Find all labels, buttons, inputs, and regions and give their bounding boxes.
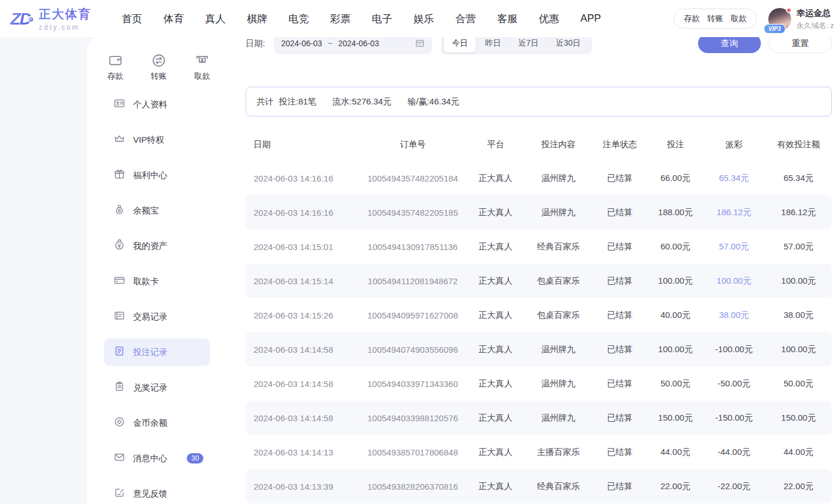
column-header: 日期 xyxy=(246,139,360,150)
cell-valid-amount: 65.34元 xyxy=(765,173,832,184)
nav-item[interactable]: 优惠 xyxy=(539,12,559,26)
username: 幸运金总 xyxy=(796,8,834,19)
cell-payout: -50.00元 xyxy=(703,378,765,389)
nav-item[interactable]: 彩票 xyxy=(330,12,351,26)
nav-item[interactable]: 电竞 xyxy=(288,12,309,26)
permanent-domain-note: 永久域名: z xyxy=(796,21,834,31)
column-header: 投注 xyxy=(648,139,703,150)
sidebar-item-transactions[interactable]: 交易记录 xyxy=(104,303,210,330)
cell-payout: 57.00元 xyxy=(703,241,765,252)
cell-order-number: 1005493828206370816 xyxy=(360,482,466,491)
quick-action-withdraw[interactable]: 取款 xyxy=(189,53,216,82)
nav-item[interactable]: 娱乐 xyxy=(414,12,434,26)
cell-order-number: 1005494357482205185 xyxy=(360,208,466,217)
cell-date: 2024-06-03 14:15:01 xyxy=(246,242,360,252)
sidebar-item-coin-balance[interactable]: 金币余额 xyxy=(104,409,210,437)
cell-bet-amount: 100.00元 xyxy=(648,276,703,287)
cell-payout: 100.00元 xyxy=(703,276,765,287)
table-row: 2024-06-03 14:15:14 1005494112081948672 … xyxy=(246,264,832,298)
cell-status: 已结算 xyxy=(591,481,648,492)
cell-date: 2024-06-03 14:16:16 xyxy=(246,174,360,183)
cell-bet-amount: 100.00元 xyxy=(648,344,703,355)
cell-payout: 186.12元 xyxy=(703,207,765,218)
nav-item[interactable]: 客服 xyxy=(497,12,518,26)
withdraw-link[interactable]: 取款 xyxy=(731,14,747,24)
nav-item[interactable]: APP xyxy=(580,13,601,25)
cell-platform: 正大真人 xyxy=(466,447,526,458)
cell-status: 已结算 xyxy=(591,276,648,287)
sidebar-item-label: 投注记录 xyxy=(133,347,167,358)
coin-diamond-icon xyxy=(114,416,125,430)
cell-order-number: 1005493857017806848 xyxy=(360,447,466,457)
cell-platform: 正大真人 xyxy=(466,310,526,321)
sidebar-item-prize-records[interactable]: 兑奖记录 xyxy=(104,374,210,401)
cell-bet-content: 包桌百家乐 xyxy=(526,276,591,287)
cell-order-number: 1005494130917851136 xyxy=(360,242,466,252)
sidebar-item-withdraw-card[interactable]: 取款卡 xyxy=(104,268,210,295)
cell-valid-amount: 44.00元 xyxy=(765,447,832,458)
date-filter-label: 日期: xyxy=(246,38,265,49)
sidebar-item-vip[interactable]: VIP特权 xyxy=(104,126,210,154)
quick-action-transfer[interactable]: 转账 xyxy=(145,53,173,82)
main-nav: 首页 体育 真人 棋牌 电竞 彩票 电子 娱乐 合营 客服 优惠 APP xyxy=(122,12,601,26)
sidebar-item-yuebao[interactable]: 余额宝 xyxy=(104,197,210,224)
sidebar-item-feedback[interactable]: 意见反馈 xyxy=(104,480,210,504)
cell-status: 已结算 xyxy=(591,173,648,184)
nav-item[interactable]: 合营 xyxy=(455,12,476,26)
main-content: 日期: 2024-06-03 ~ 2024-06-03 今日 昨日 近7日 近3… xyxy=(246,37,834,504)
quick-action-deposit[interactable]: 存款 xyxy=(102,53,129,82)
cell-bet-amount: 66.00元 xyxy=(648,173,703,184)
nav-item[interactable]: 体育 xyxy=(163,12,184,26)
cell-valid-amount: 57.00元 xyxy=(765,241,832,252)
table-row: 2024-06-03 14:14:58 1005494033988120576 … xyxy=(246,401,832,435)
cell-order-number: 1005494357482205184 xyxy=(360,174,466,183)
table-row: 2024-06-03 14:16:16 1005494357482205184 … xyxy=(246,161,832,195)
cell-bet-content: 温州牌九 xyxy=(526,173,591,184)
bet-record-icon xyxy=(114,345,125,359)
summary-bar: 共计 投注:81笔 流水:5276.34元 输/赢:46.34元 xyxy=(246,87,832,116)
cell-payout: -100.00元 xyxy=(703,344,765,355)
cell-platform: 正大真人 xyxy=(466,378,526,389)
nav-item[interactable]: 首页 xyxy=(122,12,142,26)
cell-bet-amount: 44.00元 xyxy=(648,447,703,458)
nav-item[interactable]: 电子 xyxy=(372,12,392,26)
cell-valid-amount: 100.00元 xyxy=(765,344,832,355)
bank-card-icon xyxy=(114,275,125,288)
cell-payout: -22.00元 xyxy=(703,481,765,492)
cell-order-number: 1005494112081948672 xyxy=(360,276,466,286)
deposit-link[interactable]: 存款 xyxy=(684,14,700,24)
cell-bet-amount: 50.00元 xyxy=(648,378,703,389)
summary-bets: 投注:81笔 xyxy=(279,96,316,107)
deposit-wallet-icon xyxy=(108,53,123,68)
cell-bet-amount: 22.00元 xyxy=(648,481,703,492)
cell-bet-content: 温州牌九 xyxy=(526,207,591,218)
cell-platform: 正大真人 xyxy=(466,481,526,492)
user-block[interactable]: VIP3 幸运金总 永久域名: z xyxy=(768,7,834,31)
cell-payout: 65.34元 xyxy=(703,173,765,184)
cell-bet-content: 温州牌九 xyxy=(526,413,591,424)
cell-status: 已结算 xyxy=(591,413,648,424)
cell-platform: 正大真人 xyxy=(466,207,526,218)
sidebar-item-welfare[interactable]: 福利中心 xyxy=(104,162,210,189)
id-card-icon xyxy=(114,98,125,111)
table-row: 2024-06-03 14:16:16 1005494357482205185 … xyxy=(246,195,832,229)
nav-item[interactable]: 真人 xyxy=(205,12,226,26)
sidebar-item-bet-records[interactable]: 投注记录 xyxy=(104,338,210,366)
cell-platform: 正大真人 xyxy=(466,413,526,424)
column-header: 注单状态 xyxy=(591,139,648,150)
cell-bet-amount: 60.00元 xyxy=(648,241,703,252)
column-header: 订单号 xyxy=(360,139,466,150)
brand-logo[interactable]: ZD 正大体育 zdty.com xyxy=(10,6,91,31)
cell-bet-content: 包桌百家乐 xyxy=(526,310,591,321)
sidebar-item-label: VIP特权 xyxy=(133,135,164,146)
nav-item[interactable]: 棋牌 xyxy=(247,12,267,26)
date-start-value: 2024-06-03 xyxy=(281,39,322,48)
sidebar-item-profile[interactable]: 个人资料 xyxy=(104,91,210,118)
cell-status: 已结算 xyxy=(591,344,648,355)
cell-valid-amount: 38.00元 xyxy=(765,310,832,321)
sidebar-item-assets[interactable]: 我的资产 xyxy=(104,232,210,260)
cell-bet-content: 温州牌九 xyxy=(526,378,591,389)
transfer-link[interactable]: 转账 xyxy=(707,14,723,24)
cell-date: 2024-06-03 14:14:58 xyxy=(246,379,360,389)
sidebar-item-messages[interactable]: 消息中心 30 xyxy=(104,445,210,472)
